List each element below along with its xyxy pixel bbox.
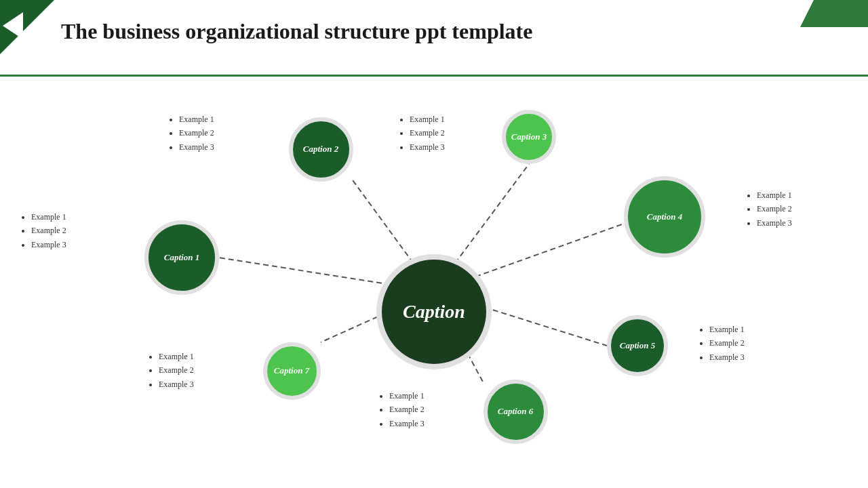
bullet-list-caption2: Example 1Example 2Example 3 [168,113,214,154]
satellite-caption3-label: Caption 3 [509,129,549,145]
bullet-item: Example 3 [179,140,214,154]
bullet-item: Example 3 [410,140,445,154]
satellite-caption5: Caption 5 [607,315,668,376]
satellite-caption4: Caption 4 [624,176,705,258]
satellite-caption2: Caption 2 [289,117,353,182]
bullet-item: Example 1 [709,323,745,336]
satellite-caption7: Caption 7 [263,342,321,400]
center-circle: Caption [376,254,492,369]
bullet-item: Example 3 [31,238,66,251]
bullet-item: Example 2 [410,126,445,140]
bullet-item: Example 2 [709,336,745,350]
bullet-list-caption6: Example 1Example 2Example 3 [378,389,425,430]
satellite-caption1-label: Caption 1 [161,249,202,266]
bullet-item: Example 2 [389,403,425,416]
bullet-list-caption5: Example 1Example 2Example 3 [698,323,745,364]
bullet-item: Example 2 [179,126,214,140]
bullet-item: Example 3 [709,350,745,364]
bullet-list-caption3: Example 1Example 2Example 3 [399,113,445,154]
title-divider [0,75,868,77]
satellite-caption7-label: Caption 7 [271,363,312,379]
connector-lines [0,0,868,488]
bullet-item: Example 1 [410,113,445,126]
center-circle-label: Caption [403,301,465,323]
bullet-list-caption4: Example 1Example 2Example 3 [746,188,792,230]
bullet-list-caption1: Example 1Example 2Example 3 [20,210,66,251]
bullet-item: Example 1 [757,188,792,202]
bullet-item: Example 1 [389,389,425,403]
satellite-caption3: Caption 3 [502,110,556,164]
bullet-item: Example 1 [159,350,194,363]
satellite-caption6: Caption 6 [484,380,548,444]
bullet-item: Example 3 [159,378,194,391]
bullet-item: Example 3 [389,417,425,430]
satellite-caption5-label: Caption 5 [617,338,658,354]
bullet-list-caption7: Example 1Example 2Example 3 [148,350,194,391]
satellite-caption4-label: Caption 4 [644,209,685,225]
corner-right-decoration [800,0,868,27]
satellite-caption2-label: Caption 2 [300,141,341,157]
bullet-item: Example 1 [179,113,214,126]
bullet-item: Example 2 [757,202,792,216]
satellite-caption6-label: Caption 6 [495,403,536,420]
bullet-item: Example 1 [31,210,66,224]
bullet-item: Example 2 [31,224,66,237]
corner-left-decoration [0,0,54,54]
satellite-caption1: Caption 1 [144,220,219,295]
bullet-item: Example 2 [159,363,194,377]
page-title: The business organizational structure pp… [61,19,532,44]
bullet-item: Example 3 [757,216,792,230]
